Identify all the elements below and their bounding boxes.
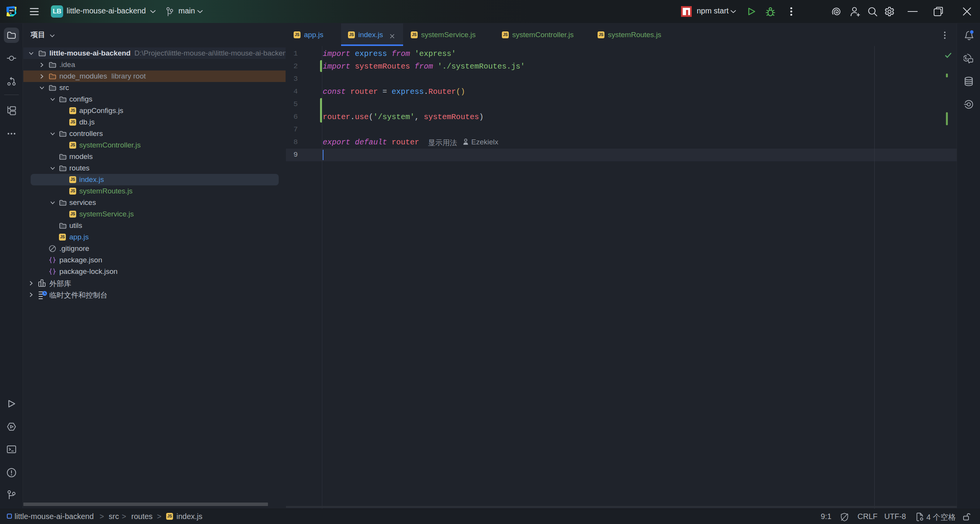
svg-text:WS: WS — [9, 9, 14, 12]
